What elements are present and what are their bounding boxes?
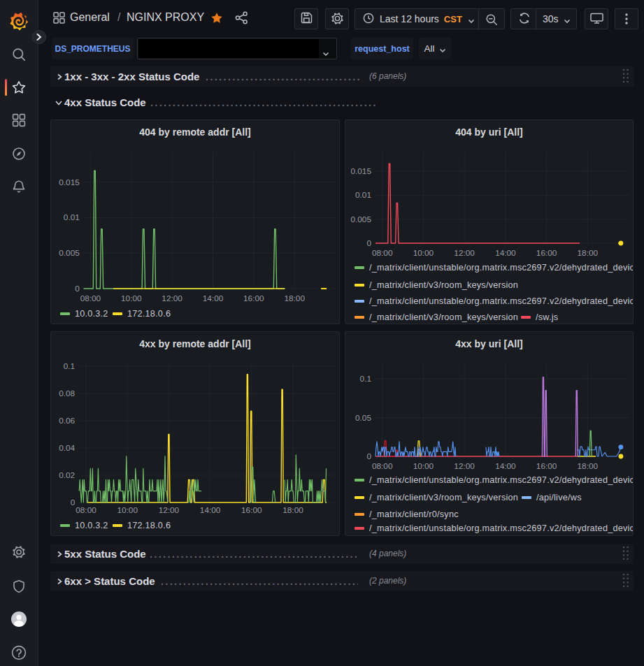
svg-text:0.06: 0.06 [59,416,75,426]
svg-text:0.015: 0.015 [59,178,80,187]
svg-text:0.02: 0.02 [59,470,75,480]
svg-text:18:00: 18:00 [284,294,305,303]
svg-text:08:00: 08:00 [372,248,393,258]
svg-text:0: 0 [366,238,371,248]
svg-text:0.1: 0.1 [360,374,371,384]
svg-text:0.08: 0.08 [59,389,75,398]
svg-text:10:00: 10:00 [413,248,434,258]
svg-text:0.005: 0.005 [350,215,371,224]
svg-text:08:00: 08:00 [372,461,393,471]
svg-text:0.005: 0.005 [59,248,80,258]
svg-text:0.05: 0.05 [355,413,371,423]
svg-text:0: 0 [366,451,371,461]
svg-text:12:00: 12:00 [454,461,475,471]
svg-text:10:00: 10:00 [121,294,142,303]
svg-text:08:00: 08:00 [76,505,96,515]
svg-text:12:00: 12:00 [159,505,180,515]
svg-text:0.01: 0.01 [64,212,80,222]
svg-text:16:00: 16:00 [241,505,262,515]
svg-text:12:00: 12:00 [162,294,183,303]
svg-text:0.1: 0.1 [64,361,75,371]
svg-text:14:00: 14:00 [200,505,221,515]
svg-text:16:00: 16:00 [536,248,557,258]
svg-text:10:00: 10:00 [413,461,434,471]
svg-text:0: 0 [75,284,80,294]
svg-text:16:00: 16:00 [243,294,264,303]
svg-text:0.01: 0.01 [355,190,371,200]
svg-text:0.015: 0.015 [350,166,371,176]
svg-text:14:00: 14:00 [203,294,224,303]
svg-text:18:00: 18:00 [282,505,303,515]
svg-text:0.04: 0.04 [59,443,75,453]
svg-text:18:00: 18:00 [578,461,599,471]
svg-text:14:00: 14:00 [495,461,516,471]
svg-text:14:00: 14:00 [495,248,516,258]
svg-text:16:00: 16:00 [536,461,557,471]
svg-text:18:00: 18:00 [578,248,599,258]
svg-text:0: 0 [71,498,76,507]
svg-text:12:00: 12:00 [454,248,475,258]
svg-text:10:00: 10:00 [117,505,138,515]
svg-text:08:00: 08:00 [80,294,101,303]
